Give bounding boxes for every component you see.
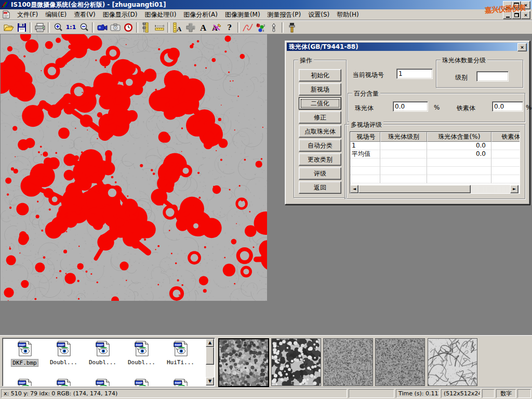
ferrite-percent-input[interactable] [492, 101, 523, 112]
svg-text:3: 3 [262, 29, 264, 32]
table-row-empty [350, 158, 520, 167]
move-button[interactable] [184, 21, 197, 34]
header-field-no[interactable]: 视场号 [350, 132, 380, 142]
file-list-scrollbar[interactable]: ▲ ▼ [206, 339, 214, 385]
timer-button[interactable] [122, 21, 135, 34]
window-title: IS100显微摄像系统(金相分析版) - [zhuguangti01] [11, 1, 166, 9]
table-row[interactable]: 1 0.0 [350, 142, 520, 150]
dialog-title-bar[interactable]: 珠光体(GB/T9441-88) [287, 43, 528, 51]
curve-measure-button[interactable] [241, 21, 254, 34]
table-row[interactable]: 平均值 0.0 [350, 150, 520, 158]
file-item[interactable]: HuiTi... [162, 341, 200, 366]
menu-image-display[interactable]: 图像显示(D) [99, 9, 141, 20]
binarize-button[interactable]: 二值化 [299, 97, 341, 110]
status-empty-1 [349, 389, 394, 398]
menu-view[interactable]: 查看(V) [70, 9, 99, 20]
change-class-button[interactable]: 更改类别 [299, 153, 341, 166]
pick-pearlite-button[interactable]: 点取珠光体 [299, 125, 341, 138]
level-input[interactable] [476, 71, 509, 82]
scrollbar-thumb[interactable] [358, 185, 471, 193]
current-field-input[interactable] [396, 69, 433, 79]
count-marks-button[interactable]: 123 [254, 21, 267, 34]
scroll-right-arrow[interactable]: ► [510, 185, 518, 193]
thumbnail-4[interactable] [375, 338, 425, 386]
child-minimize-icon [506, 17, 510, 18]
metallographic-image[interactable] [1, 34, 267, 301]
file-item[interactable]: Doubl... [45, 341, 83, 366]
snapshot-button[interactable] [109, 21, 122, 34]
bmp-file-icon [56, 341, 72, 356]
scroll-left-arrow[interactable]: ◄ [350, 185, 358, 193]
bmp-file-icon [95, 379, 111, 387]
menu-image-analysis[interactable]: 图像分析(A) [180, 9, 221, 20]
bottom-panel: DKF.bmp Doubl... Doubl... Doubl... HuiTi… [0, 335, 532, 388]
ferrite-label: 铁素体 [457, 104, 475, 113]
return-button[interactable]: 返回 [299, 181, 341, 194]
scroll-up-arrow[interactable]: ▲ [206, 339, 214, 347]
table-row-empty [350, 167, 520, 175]
pearlite-percent-input[interactable] [393, 101, 428, 112]
document-icon[interactable]: DOC [2, 10, 10, 19]
open-button[interactable] [2, 21, 15, 34]
caliper-measure-button[interactable] [140, 21, 153, 34]
svg-text:1: 1 [257, 23, 258, 26]
file-name: Doubl... [127, 359, 156, 366]
correct-button[interactable]: 修正 [299, 111, 341, 124]
dialog-close-button[interactable]: × [517, 43, 527, 51]
initialize-button[interactable]: 初始化 [299, 69, 341, 82]
application-window: IS100显微摄像系统(金相分析版) - [zhuguangti01] × 嘉兴… [0, 0, 532, 399]
menu-image-measure[interactable]: 图像测量(M) [221, 9, 264, 20]
menu-file[interactable]: 文件(F) [14, 9, 42, 20]
thumbnail-3[interactable] [323, 338, 373, 386]
operation-group-label: 操作 [298, 56, 314, 65]
file-item[interactable]: Doubl... [123, 341, 161, 366]
new-field-button[interactable]: 新视场 [299, 83, 341, 96]
grade-button[interactable]: 评级 [299, 167, 341, 180]
help-button[interactable]: ? [223, 21, 236, 34]
toolbar: 1:1 A A A ? 123 [0, 20, 532, 34]
status-empty-2 [482, 389, 495, 398]
file-item[interactable] [162, 379, 200, 387]
scrollbar-thumb[interactable] [206, 347, 214, 365]
print-button[interactable] [33, 21, 46, 34]
zoom-in-button[interactable] [51, 21, 64, 34]
bmp-file-icon [134, 341, 150, 356]
scroll-down-arrow[interactable]: ▼ [206, 377, 214, 385]
scrollbar-track[interactable] [206, 365, 214, 377]
header-pearlite-level[interactable]: 珠光体级别 [380, 132, 427, 142]
thumbnail-2[interactable] [271, 338, 321, 386]
svg-text:2: 2 [263, 24, 265, 27]
menu-edit[interactable]: 编辑(E) [42, 9, 70, 20]
header-pearlite-content[interactable]: 珠光体含量(%) [427, 132, 491, 142]
text-button[interactable]: A [197, 21, 210, 34]
scrollbar-track[interactable] [471, 185, 510, 193]
menu-help[interactable]: 帮助(H) [333, 9, 362, 20]
menu-image-process[interactable]: 图像处理(I) [141, 9, 180, 20]
open-icon [4, 23, 14, 32]
table-horizontal-scrollbar[interactable]: ◄ ► [350, 185, 518, 193]
header-ferrite-content[interactable]: 铁素体含量(%) [491, 132, 520, 142]
video-capture-button[interactable] [96, 21, 109, 34]
file-item[interactable] [84, 379, 122, 387]
file-item[interactable] [45, 379, 83, 387]
dialog-close-icon: × [520, 45, 524, 50]
file-item[interactable] [123, 379, 161, 387]
text-edit-button[interactable]: A [210, 21, 223, 34]
menu-settings[interactable]: 设置(S) [304, 9, 333, 20]
zoom-out-button[interactable] [77, 21, 90, 34]
brush-button[interactable] [285, 21, 298, 34]
thumbnail-5[interactable] [428, 338, 477, 386]
menu-measure-report[interactable]: 测量报告(P) [264, 9, 305, 20]
file-item[interactable] [6, 379, 44, 387]
actual-size-button[interactable]: 1:1 [64, 21, 77, 34]
thumbnail-1[interactable] [218, 338, 269, 387]
auto-classify-button[interactable]: 自动分类 [299, 139, 341, 152]
file-item[interactable]: Doubl... [84, 341, 122, 366]
svg-text:A: A [177, 25, 182, 33]
file-item[interactable]: DKF.bmp [6, 341, 44, 367]
ruler-measure-button[interactable] [153, 21, 166, 34]
svg-text:DOC: DOC [4, 12, 8, 15]
pen-button[interactable] [267, 21, 280, 34]
auto-measure-button[interactable]: A [171, 21, 184, 34]
save-button[interactable] [15, 21, 28, 34]
